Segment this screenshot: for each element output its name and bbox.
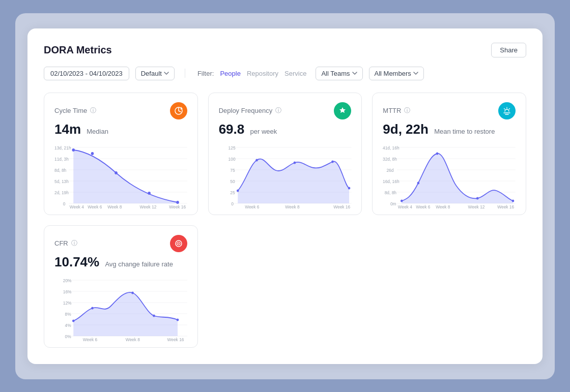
cfr-card: CFR ⓘ 10.74% Avg change failure rate [44,225,198,348]
date-range-picker[interactable]: 02/10/2023 - 04/10/2023 [44,67,129,80]
svg-point-56 [417,182,420,184]
svg-text:50: 50 [230,178,235,184]
mttr-title: MTTR [383,107,401,114]
bottom-metrics-row: CFR ⓘ 10.74% Avg change failure rate [44,225,526,348]
svg-text:Week 6: Week 6 [83,337,97,342]
svg-text:2d, 19h: 2d, 19h [54,190,69,195]
svg-text:8d, 8h: 8d, 8h [385,190,396,195]
svg-text:26d: 26d [387,167,394,172]
svg-text:0: 0 [63,201,66,206]
svg-text:12%: 12% [63,300,72,305]
cfr-value: 10.74% Avg change failure rate [54,254,187,270]
page-title: DORA Metrics [44,44,112,56]
svg-text:Week 6: Week 6 [88,204,102,209]
svg-point-13 [72,148,75,152]
deploy-freq-chart: 125 100 75 50 25 0 Week [219,142,352,208]
svg-text:Week 4: Week 4 [398,204,412,209]
svg-text:Week 6: Week 6 [245,204,259,209]
header: DORA Metrics Share [44,43,526,57]
cfr-chart: 20% 16% 12% 8% 4% 0% Wee [54,275,187,341]
svg-point-17 [176,201,179,204]
svg-text:16%: 16% [63,289,72,294]
svg-text:Week 12: Week 12 [140,204,157,209]
deploy-freq-icon [334,102,351,119]
svg-text:Week 8: Week 8 [285,204,299,209]
svg-point-58 [476,197,479,199]
svg-text:13d, 21h: 13d, 21h [54,145,71,150]
filter-people[interactable]: People [217,70,243,77]
svg-point-35 [237,189,239,192]
svg-text:32d, 8h: 32d, 8h [383,156,397,161]
filter-repository[interactable]: Repository [244,70,281,77]
filter-service[interactable]: Service [281,70,309,77]
cycle-time-value: 14m Median [54,122,187,137]
svg-text:Week 12: Week 12 [468,204,485,209]
svg-point-39 [348,187,350,189]
svg-text:8%: 8% [65,311,71,316]
filter-group: Filter: People Repository Service [197,70,309,77]
svg-text:11d, 3h: 11d, 3h [54,156,69,161]
cfr-info-icon[interactable]: ⓘ [71,239,77,248]
mttr-value: 9d, 22h Mean time to restore [383,122,516,137]
svg-text:41d, 16h: 41d, 16h [383,145,400,150]
toolbar-divider [185,69,185,78]
svg-point-81 [91,307,94,309]
svg-point-14 [91,152,94,155]
svg-point-83 [153,314,155,317]
svg-point-38 [331,160,334,163]
toolbar: 02/10/2023 - 04/10/2023 Default Filter: … [44,67,526,80]
empty-slot-2 [372,225,526,348]
svg-text:Week 6: Week 6 [416,204,430,209]
mttr-info-icon[interactable]: ⓘ [404,106,410,115]
svg-text:16d, 16h: 16d, 16h [383,178,400,184]
svg-point-57 [436,152,439,155]
svg-text:Week 16: Week 16 [498,204,515,209]
deploy-freq-info-icon[interactable]: ⓘ [275,106,281,115]
cycle-time-chart: 13d, 21h 11d, 3h 8d, 8h 5d, 13h 2d, 19h … [54,142,187,208]
svg-text:25: 25 [230,190,235,195]
svg-text:5d, 13h: 5d, 13h [54,178,69,184]
svg-point-67 [178,243,179,244]
cycle-time-card: Cycle Time ⓘ 14m Median [44,93,198,215]
svg-text:Week 8: Week 8 [126,337,140,342]
svg-point-82 [131,291,134,294]
cycle-time-title: Cycle Time [54,107,87,114]
svg-text:100: 100 [228,156,235,161]
svg-text:Week 16: Week 16 [333,204,350,209]
svg-text:Week 16: Week 16 [167,337,184,342]
cycle-time-info-icon[interactable]: ⓘ [90,106,96,115]
svg-text:Week 8: Week 8 [436,204,450,209]
svg-text:0: 0 [231,201,234,206]
svg-text:8d, 8h: 8d, 8h [54,167,66,172]
empty-slot-1 [208,225,362,348]
mttr-card: MTTR ⓘ 9d, 22h Mean time to restore [372,93,526,215]
mttr-icon [498,102,516,119]
svg-point-80 [72,319,75,322]
svg-text:0%: 0% [65,334,71,339]
filter-label: Filter: [197,70,214,77]
svg-text:Week 4: Week 4 [70,204,84,209]
deploy-freq-value: 69.8 per week [219,122,352,137]
cfr-title: CFR [54,239,68,247]
main-card: DORA Metrics Share 02/10/2023 - 04/10/20… [27,28,543,364]
svg-point-55 [401,199,403,202]
svg-text:Week 8: Week 8 [107,204,122,209]
svg-point-15 [115,171,118,174]
all-teams-dropdown[interactable]: All Teams [316,67,362,80]
cfr-icon [170,235,187,252]
svg-text:0m: 0m [390,201,396,206]
default-dropdown[interactable]: Default [135,67,175,80]
metrics-grid: Cycle Time ⓘ 14m Median [44,93,526,215]
svg-text:20%: 20% [63,278,72,283]
mttr-chart: 41d, 16h 32d, 8h 26d 16d, 16h 8d, 8h 0m [383,142,516,208]
svg-text:4%: 4% [65,322,71,327]
svg-point-59 [512,199,515,202]
outer-container: DORA Metrics Share 02/10/2023 - 04/10/20… [15,13,555,379]
share-button[interactable]: Share [491,43,526,57]
svg-text:Week 16: Week 16 [169,204,186,209]
all-members-dropdown[interactable]: All Members [369,67,424,80]
svg-point-16 [148,192,151,195]
deploy-freq-title: Deploy Frequency [219,107,273,114]
svg-point-37 [293,161,296,164]
svg-point-84 [177,318,179,321]
